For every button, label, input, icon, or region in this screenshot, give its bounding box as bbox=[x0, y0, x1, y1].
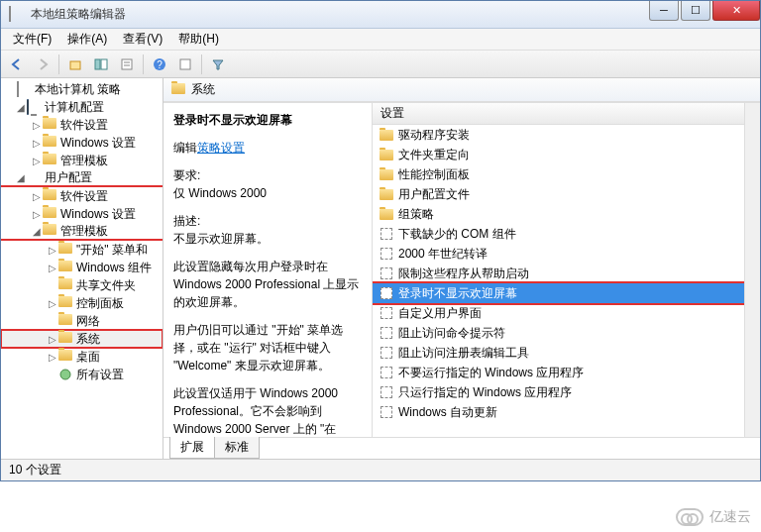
tab-extended[interactable]: 扩展 bbox=[169, 437, 215, 459]
svg-rect-8 bbox=[180, 59, 190, 69]
status-text: 10 个设置 bbox=[9, 462, 61, 479]
list-item[interactable]: 只运行指定的 Windows 应用程序 bbox=[373, 382, 744, 402]
tree-item[interactable]: 网络 bbox=[1, 312, 163, 330]
list-item[interactable]: 组策略 bbox=[373, 204, 744, 224]
tree-root[interactable]: 本地计算机 策略 bbox=[1, 80, 163, 98]
setting-icon bbox=[379, 247, 394, 261]
menu-view[interactable]: 查看(V) bbox=[115, 29, 170, 50]
svg-rect-2 bbox=[101, 59, 107, 69]
list-item[interactable]: 阻止访问命令提示符 bbox=[373, 323, 744, 343]
menu-action[interactable]: 操作(A) bbox=[59, 29, 115, 50]
list-item-label: 组策略 bbox=[398, 206, 434, 223]
tree-item[interactable]: ▷桌面 bbox=[1, 348, 163, 366]
list-item-label: 自定义用户界面 bbox=[398, 305, 482, 322]
menu-file[interactable]: 文件(F) bbox=[5, 29, 59, 50]
list-item[interactable]: 下载缺少的 COM 组件 bbox=[373, 224, 744, 244]
tree-item[interactable]: ▷Windows 设置 bbox=[1, 134, 163, 152]
list-item[interactable]: Windows 自动更新 bbox=[373, 402, 744, 422]
list-item-label: Windows 自动更新 bbox=[398, 404, 497, 421]
tree-admin-templates[interactable]: ◢管理模板 bbox=[1, 223, 163, 241]
setting-icon bbox=[379, 405, 394, 419]
folder-icon bbox=[379, 148, 394, 161]
watermark-icon bbox=[676, 508, 704, 526]
list-item[interactable]: 阻止访问注册表编辑工具 bbox=[373, 343, 744, 363]
menubar: 文件(F) 操作(A) 查看(V) 帮助(H) bbox=[1, 29, 760, 51]
list-item[interactable]: 自定义用户界面 bbox=[373, 303, 744, 323]
list-item[interactable]: 性能控制面板 bbox=[373, 164, 744, 184]
toolbar: ? bbox=[1, 51, 760, 78]
list-item-label: 文件夹重定向 bbox=[398, 147, 470, 163]
tree-item[interactable]: 共享文件夹 bbox=[1, 276, 163, 294]
list-item[interactable]: 2000 年世纪转译 bbox=[373, 244, 744, 264]
svg-rect-3 bbox=[122, 59, 132, 69]
column-header-setting[interactable]: 设置 bbox=[373, 103, 744, 125]
list-item-label: 阻止访问命令提示符 bbox=[398, 325, 505, 342]
tree-item[interactable]: 所有设置 bbox=[1, 366, 163, 383]
tree-user-config[interactable]: ◢用户配置 bbox=[1, 169, 163, 187]
tree-item[interactable]: ▷Windows 设置 bbox=[1, 205, 163, 223]
svg-text:?: ? bbox=[157, 59, 163, 70]
menu-help[interactable]: 帮助(H) bbox=[170, 29, 227, 50]
app-icon bbox=[9, 7, 25, 23]
content-header: 系统 bbox=[163, 78, 760, 102]
export-button[interactable] bbox=[173, 53, 197, 75]
tree-computer-config[interactable]: ◢计算机配置 bbox=[1, 98, 163, 116]
setting-icon bbox=[379, 286, 394, 300]
list-item-label: 下载缺少的 COM 组件 bbox=[398, 226, 516, 243]
list-item-label: 阻止访问注册表编辑工具 bbox=[398, 345, 529, 362]
detail-pane: 登录时不显示欢迎屏幕 编辑策略设置 要求:仅 Windows 2000 描述:不… bbox=[163, 103, 372, 437]
setting-icon bbox=[379, 366, 394, 379]
close-button[interactable]: ✕ bbox=[712, 1, 760, 21]
watermark: 亿速云 bbox=[676, 508, 751, 526]
window-title: 本地组策略编辑器 bbox=[31, 6, 647, 23]
tree-item[interactable]: ▷"开始" 菜单和 bbox=[1, 241, 163, 259]
list-item[interactable]: 用户配置文件 bbox=[373, 184, 744, 204]
minimize-button[interactable]: ─ bbox=[649, 1, 679, 21]
folder-icon bbox=[379, 128, 394, 142]
tree-item[interactable]: ▷控制面板 bbox=[1, 294, 163, 312]
list-item[interactable]: 限制这些程序从帮助启动 bbox=[373, 264, 744, 283]
vertical-scrollbar[interactable] bbox=[744, 103, 760, 437]
tree-item[interactable]: ▷管理模板 bbox=[1, 152, 163, 169]
setting-icon bbox=[379, 385, 394, 399]
list-item[interactable]: 驱动程序安装 bbox=[373, 125, 744, 145]
setting-icon bbox=[379, 306, 394, 320]
detail-title: 登录时不显示欢迎屏幕 bbox=[173, 111, 362, 129]
folder-icon bbox=[379, 207, 394, 221]
folder-icon bbox=[379, 167, 394, 181]
tab-standard[interactable]: 标准 bbox=[214, 437, 260, 459]
list-item[interactable]: 文件夹重定向 bbox=[373, 145, 744, 164]
forward-button[interactable] bbox=[31, 53, 54, 75]
show-hide-tree-button[interactable] bbox=[89, 53, 113, 75]
folder-icon bbox=[379, 187, 394, 201]
list-item-label: 登录时不显示欢迎屏幕 bbox=[398, 285, 517, 302]
tree-item[interactable]: ▷软件设置 bbox=[1, 116, 163, 134]
list-item-label: 限制这些程序从帮助启动 bbox=[398, 266, 529, 282]
up-button[interactable] bbox=[63, 53, 87, 75]
svg-point-9 bbox=[60, 370, 70, 379]
view-tabs: 扩展 标准 bbox=[163, 437, 760, 459]
maximize-button[interactable]: ☐ bbox=[681, 1, 710, 21]
settings-list[interactable]: 驱动程序安装文件夹重定向性能控制面板用户配置文件组策略下载缺少的 COM 组件2… bbox=[373, 125, 744, 437]
list-item[interactable]: 登录时不显示欢迎屏幕 bbox=[373, 283, 744, 303]
list-item-label: 不要运行指定的 Windows 应用程序 bbox=[398, 365, 584, 381]
folder-icon bbox=[171, 83, 185, 97]
filter-button[interactable] bbox=[206, 53, 230, 75]
content-title: 系统 bbox=[191, 81, 215, 98]
list-item-label: 性能控制面板 bbox=[398, 166, 470, 183]
help-button[interactable]: ? bbox=[148, 53, 171, 75]
setting-icon bbox=[379, 346, 394, 360]
tree-item[interactable]: ▷软件设置 bbox=[1, 187, 163, 205]
svg-rect-1 bbox=[95, 59, 100, 69]
properties-button[interactable] bbox=[115, 53, 139, 75]
tree-item[interactable]: ▷Windows 组件 bbox=[1, 259, 163, 276]
tree-system[interactable]: ▷系统 bbox=[1, 330, 163, 348]
list-item-label: 驱动程序安装 bbox=[398, 127, 470, 144]
svg-rect-0 bbox=[70, 61, 80, 69]
back-button[interactable] bbox=[5, 53, 29, 75]
navigation-tree[interactable]: 本地计算机 策略 ◢计算机配置 ▷软件设置 ▷Windows 设置 ▷管理模板 … bbox=[1, 78, 163, 459]
list-item-label: 只运行指定的 Windows 应用程序 bbox=[398, 384, 572, 401]
statusbar: 10 个设置 bbox=[1, 459, 760, 480]
list-item[interactable]: 不要运行指定的 Windows 应用程序 bbox=[373, 363, 744, 382]
edit-policy-link[interactable]: 策略设置 bbox=[197, 141, 245, 155]
